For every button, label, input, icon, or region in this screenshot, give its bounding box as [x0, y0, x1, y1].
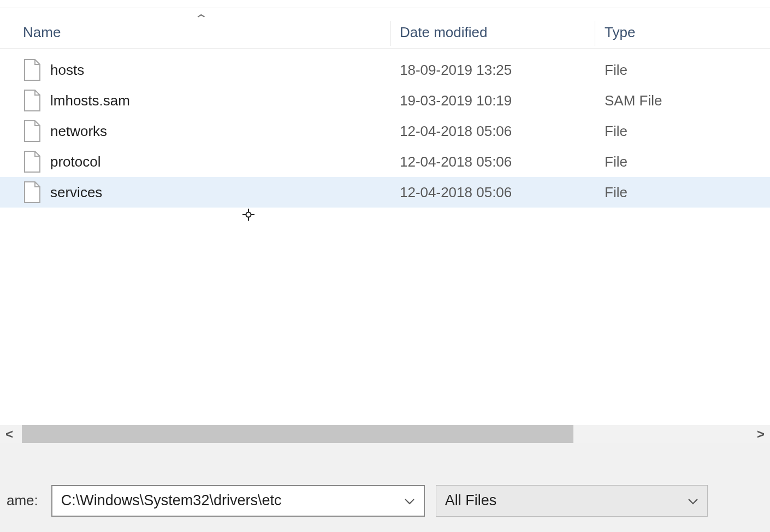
file-type-cell: File [595, 123, 770, 140]
file-row[interactable]: protocol12-04-2018 05:06File [0, 146, 770, 177]
scroll-thumb[interactable] [22, 425, 573, 443]
sort-ascending-icon: ⌃ [194, 12, 209, 25]
file-row[interactable]: services12-04-2018 05:06File [0, 177, 770, 208]
chevron-down-icon[interactable] [688, 494, 698, 508]
bottom-panel: ame: C:\Windows\System32\drivers\etc All… [0, 443, 770, 532]
header-divider [0, 48, 770, 49]
crosshair-cursor-icon [242, 208, 254, 224]
column-header-type-label: Type [605, 24, 635, 41]
file-date-cell: 19-03-2019 10:19 [390, 92, 595, 109]
file-name-label: networks [50, 123, 107, 140]
file-date-cell: 12-04-2018 05:06 [390, 184, 595, 201]
top-divider [0, 8, 770, 8]
file-type-cell: SAM File [595, 92, 770, 109]
svg-point-4 [246, 212, 251, 217]
file-row[interactable]: hosts18-09-2019 13:25File [0, 55, 770, 85]
file-icon [23, 58, 42, 81]
file-icon [23, 150, 42, 173]
scroll-track[interactable] [19, 425, 751, 443]
file-date-cell: 12-04-2018 05:06 [390, 153, 595, 170]
file-name-label: services [50, 184, 102, 201]
file-list: hosts18-09-2019 13:25File lmhosts.sam19-… [0, 55, 770, 208]
file-type-cell: File [595, 184, 770, 201]
file-icon [23, 181, 42, 204]
column-header-name[interactable]: Name ⌃ [0, 16, 390, 48]
filename-input-text: C:\Windows\System32\drivers\etc [61, 492, 282, 509]
column-header-date[interactable]: Date modified [390, 16, 595, 48]
file-icon [23, 120, 42, 143]
scroll-left-icon[interactable]: < [0, 425, 19, 443]
file-name-cell: services [0, 181, 390, 204]
file-date-cell: 12-04-2018 05:06 [390, 123, 595, 140]
file-type-filter-text: All Files [445, 492, 497, 509]
file-name-label: hosts [50, 62, 84, 79]
column-header-name-label: Name [23, 24, 61, 41]
file-type-filter[interactable]: All Files [436, 485, 708, 517]
horizontal-scrollbar[interactable]: < > [0, 425, 770, 443]
column-divider [595, 21, 595, 46]
file-name-cell: networks [0, 120, 390, 143]
column-header-date-label: Date modified [400, 24, 487, 41]
file-date-cell: 18-09-2019 13:25 [390, 62, 595, 79]
file-type-cell: File [595, 62, 770, 79]
file-name-cell: lmhosts.sam [0, 89, 390, 112]
column-divider [390, 21, 390, 46]
file-row[interactable]: networks12-04-2018 05:06File [0, 116, 770, 146]
file-type-cell: File [595, 153, 770, 170]
filename-label: ame: [7, 492, 40, 509]
scroll-right-icon[interactable]: > [751, 425, 770, 443]
column-header-row: Name ⌃ Date modified Type [0, 16, 770, 48]
chevron-down-icon[interactable] [404, 494, 415, 508]
file-row[interactable]: lmhosts.sam19-03-2019 10:19SAM File [0, 85, 770, 116]
file-name-label: lmhosts.sam [50, 92, 130, 109]
column-header-type[interactable]: Type [595, 16, 770, 48]
file-name-label: protocol [50, 153, 101, 170]
file-name-cell: protocol [0, 150, 390, 173]
file-name-cell: hosts [0, 58, 390, 81]
file-icon [23, 89, 42, 112]
filename-input[interactable]: C:\Windows\System32\drivers\etc [51, 485, 425, 517]
